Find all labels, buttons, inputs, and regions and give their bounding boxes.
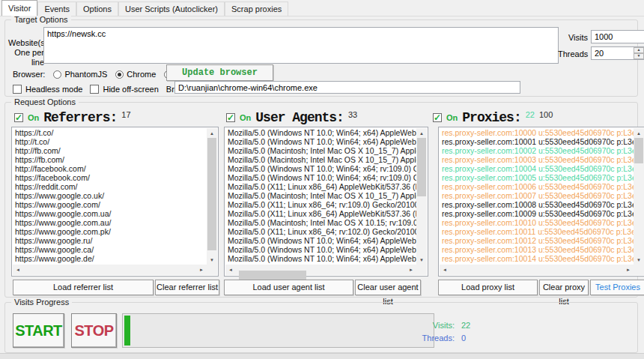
proxy-item[interactable]: res.proxy-seller.com:10000 u:5530eed45d0… (440, 128, 634, 137)
load-user-agent-list-button[interactable]: Load user agent list (224, 280, 353, 295)
referrer-item[interactable]: https://reddit.com/ (13, 182, 207, 191)
tab-options[interactable]: Options (76, 1, 118, 16)
load-referrer-list-button[interactable]: Load referrer list (13, 280, 154, 295)
clear-referrer-list-button[interactable]: Clear referrer list (155, 280, 219, 295)
stop-button[interactable]: STOP (71, 313, 117, 348)
tab-visitor[interactable]: Visitor (1, 0, 37, 16)
hide-offscreen-checkbox[interactable] (90, 85, 99, 94)
user-agent-item[interactable]: Mozilla/5.0 (X11; Linux x86_64) AppleWeb… (225, 209, 416, 218)
threads-spinner-down-icon[interactable]: ▼ (634, 53, 644, 59)
user-agent-item[interactable]: Mozilla/5.0 (Windows NT 10.0; Win64; x64… (225, 137, 416, 146)
proxies-on-checkbox[interactable] (433, 113, 442, 122)
referrer-item[interactable]: https://www.google.co.uk/ (13, 191, 207, 200)
proxy-item[interactable]: res.proxy-seller.com:10005 u:5530eed45d0… (440, 173, 634, 182)
visits-input[interactable] (591, 30, 644, 43)
referrer-item[interactable]: https://www.google.com/ (13, 200, 207, 209)
proxy-item[interactable]: res.proxy-seller.com:10004 u:5530eed45d0… (440, 164, 634, 173)
user-agent-item[interactable]: Mozilla/5.0 (Windows NT 10.0; Win64; x64… (225, 128, 416, 137)
scroll-down-icon[interactable]: ▼ (207, 255, 217, 265)
proxy-item[interactable]: res.proxy-seller.com:10008 u:5530eed45d0… (440, 200, 634, 209)
user-agent-item[interactable]: Mozilla/5.0 (Windows NT 10.0; Win64; x64… (225, 164, 416, 173)
scroll-up-icon[interactable]: ▲ (207, 128, 217, 138)
tab-events[interactable]: Events (37, 1, 76, 16)
clear-user-agent-list-button[interactable]: Clear user agent list (355, 280, 421, 295)
user-agent-item[interactable]: Mozilla/5.0 (Windows NT 10.0; Win64; x64… (225, 173, 416, 182)
user-agent-item[interactable]: Mozilla/5.0 (X11; Linux x86_64; rv:102.0… (225, 227, 416, 236)
user-agent-item[interactable]: Mozilla/5.0 (Windows NT 10.0; Win64; x64… (225, 236, 416, 245)
test-proxies-button[interactable]: Test Proxies (590, 280, 644, 295)
headless-mode-checkbox[interactable] (13, 85, 22, 94)
proxy-item[interactable]: res.proxy-seller.com:10011 u:5530eed45d0… (440, 227, 634, 236)
tab-panel-border (0, 16, 644, 16)
scroll-down-icon[interactable]: ▼ (634, 255, 644, 265)
proxy-item[interactable]: res.proxy-seller.com:10007 u:5530eed45d0… (440, 191, 634, 200)
user-agent-item[interactable]: Mozilla/5.0 (X11; Linux x86_64) AppleWeb… (225, 182, 416, 191)
hide-offscreen-option[interactable]: Hide off-screen (90, 85, 158, 94)
user-agent-item[interactable]: Mozilla/5.0 (Macintosh; Intel Mac OS X 1… (225, 155, 416, 164)
referrer-item[interactable]: https://www.google.ca/ (13, 245, 207, 254)
scroll-up-icon[interactable]: ▲ (634, 128, 644, 138)
user-agent-item[interactable]: Mozilla/5.0 (Macintosh; Intel Mac OS X 1… (225, 191, 416, 200)
referrer-item[interactable]: https://www.google.com.ua/ (13, 209, 207, 218)
referrer-item[interactable]: https://facebook.com/ (13, 173, 207, 182)
scroll-thumb[interactable] (417, 138, 426, 196)
proxy-item[interactable]: res.proxy-seller.com:10013 u:5530eed45d0… (440, 245, 634, 254)
user-agents-on-checkbox[interactable] (226, 113, 235, 122)
tab-user-scripts-autoclicker[interactable]: User Scripts (Autoclicker) (118, 1, 225, 16)
proxy-item[interactable]: res.proxy-seller.com:10010 u:5530eed45d0… (440, 218, 634, 227)
user-agent-item[interactable]: Mozilla/5.0 (Windows NT 10.0; Win64; x64… (225, 245, 416, 254)
referrer-list-vscrollbar[interactable]: ▲ ▼ (207, 128, 217, 265)
referrer-item[interactable]: https://www.google.de/ (13, 254, 207, 263)
referrer-item[interactable]: https://t.co/ (13, 128, 207, 137)
scroll-right-icon[interactable]: ► (196, 265, 207, 275)
proxy-item[interactable]: res.proxy-seller.com:10001 u:5530eed45d0… (440, 137, 634, 146)
proxy-item[interactable]: res.proxy-seller.com:10006 u:5530eed45d0… (440, 182, 634, 191)
website-input[interactable]: https://newsk.cc (43, 27, 559, 64)
load-proxy-list-button[interactable]: Load proxy list (438, 280, 538, 295)
proxy-item[interactable]: res.proxy-seller.com:10012 u:5530eed45d0… (440, 236, 634, 245)
scroll-left-icon[interactable]: ◄ (225, 265, 236, 275)
clear-proxy-list-button[interactable]: Clear proxy list (539, 280, 589, 295)
proxy-item[interactable]: res.proxy-seller.com:10002 u:5530eed45d0… (440, 146, 634, 155)
scroll-up-icon[interactable]: ▲ (416, 128, 427, 138)
scroll-down-icon[interactable]: ▼ (416, 255, 427, 265)
referrer-list-hscrollbar[interactable]: ◄ ► (13, 265, 207, 275)
referrer-item[interactable]: https://www.google.ru/ (13, 236, 207, 245)
user-agent-item[interactable]: Mozilla/5.0 (Macintosh; Intel Mac OS X 1… (225, 146, 416, 155)
referrer-item[interactable]: http://facebook.com/ (13, 164, 207, 173)
radio-chrome[interactable]: Chrome (115, 70, 156, 79)
scroll-thumb[interactable] (207, 138, 216, 250)
user-agent-list[interactable]: Mozilla/5.0 (Windows NT 10.0; Win64; x64… (224, 127, 428, 277)
scroll-left-icon[interactable]: ◄ (440, 265, 450, 275)
update-browser-drivers-button[interactable]: Update browser drivers (166, 64, 273, 81)
user-agent-item[interactable]: Mozilla/5.0 (Windows NT 10.0; Win64; x64… (225, 254, 416, 263)
headless-mode-option[interactable]: Headless mode (13, 85, 82, 94)
threads-spinner-up-icon[interactable]: ▲ (634, 47, 644, 53)
referrer-list[interactable]: https://t.co/http://t.co/http://fb.com/h… (11, 127, 219, 277)
referrer-item[interactable]: http://t.co/ (13, 137, 207, 146)
start-button[interactable]: START (13, 313, 64, 348)
user-agent-list-hscrollbar[interactable]: ◄ ► (225, 265, 416, 275)
browser-path-input[interactable] (174, 81, 520, 94)
referrers-on-checkbox[interactable] (14, 113, 23, 122)
user-agent-list-vscrollbar[interactable]: ▲ ▼ (416, 128, 427, 265)
referrer-item[interactable]: https://www.google.com.au/ (13, 218, 207, 227)
tab-scrap-proxies[interactable]: Scrap proxies (225, 1, 288, 16)
proxy-list-hscrollbar[interactable]: ◄ ► (440, 265, 634, 275)
referrer-item[interactable]: https://fb.com/ (13, 155, 207, 164)
scroll-right-icon[interactable]: ► (623, 265, 634, 275)
scroll-thumb[interactable] (634, 138, 643, 163)
scroll-thumb[interactable] (239, 271, 306, 280)
user-agent-item[interactable]: Mozilla/5.0 (Macintosh; Intel Mac OS X 1… (225, 218, 416, 227)
proxy-item[interactable]: res.proxy-seller.com:10003 u:5530eed45d0… (440, 155, 634, 164)
referrer-item[interactable]: http://fb.com/ (13, 146, 207, 155)
proxy-item[interactable]: res.proxy-seller.com:10014 u:5530eed45d0… (440, 254, 634, 263)
proxy-item[interactable]: res.proxy-seller.com:10009 u:5530eed45d0… (440, 209, 634, 218)
proxy-list-vscrollbar[interactable]: ▲ ▼ (634, 128, 644, 265)
radio-phantomjs[interactable]: PhantomJS (53, 70, 107, 79)
proxy-list[interactable]: res.proxy-seller.com:10000 u:5530eed45d0… (438, 127, 644, 277)
referrer-item[interactable]: https://www.google.com.pk/ (13, 227, 207, 236)
scroll-right-icon[interactable]: ► (406, 265, 416, 275)
scroll-left-icon[interactable]: ◄ (13, 265, 23, 275)
user-agent-item[interactable]: Mozilla/5.0 (X11; Linux x86_64; rv:109.0… (225, 200, 416, 209)
